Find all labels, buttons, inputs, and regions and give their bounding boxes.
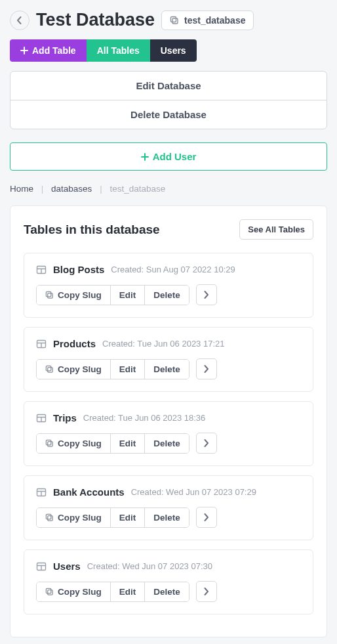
table-icon xyxy=(36,339,47,349)
see-all-tables-button[interactable]: See All Tables xyxy=(239,219,313,240)
add-user-button[interactable]: Add User xyxy=(10,142,327,171)
breadcrumb-current: test_database xyxy=(109,184,165,194)
breadcrumb-separator: | xyxy=(41,184,44,194)
copy-icon xyxy=(45,439,54,448)
table-icon xyxy=(36,265,47,275)
table-button-group: Copy Slug Edit Delete xyxy=(36,433,189,454)
delete-label: Delete xyxy=(153,364,180,374)
table-name: Blog Posts xyxy=(53,264,104,275)
tab-users[interactable]: Users xyxy=(150,39,197,62)
svg-rect-6 xyxy=(48,367,52,372)
delete-table-button[interactable]: Delete xyxy=(145,286,189,305)
copy-icon xyxy=(45,291,54,299)
chevron-left-icon xyxy=(16,16,23,24)
plus-icon xyxy=(141,153,149,161)
table-created: Created: Wed Jun 07 2023 07:30 xyxy=(87,561,212,571)
delete-table-button[interactable]: Delete xyxy=(145,434,189,453)
table-button-group: Copy Slug Edit Delete xyxy=(36,359,189,379)
table-name: Bank Accounts xyxy=(53,486,125,498)
table-row: Users Created: Wed Jun 07 2023 07:30 Cop… xyxy=(24,549,313,614)
open-table-button[interactable] xyxy=(196,358,217,379)
chevron-right-icon xyxy=(204,513,209,521)
copy-slug-label: Copy Slug xyxy=(58,364,102,374)
table-button-group: Copy Slug Edit Delete xyxy=(36,507,189,528)
open-table-button[interactable] xyxy=(196,507,217,528)
svg-rect-7 xyxy=(46,366,50,370)
database-action-group: Edit Database Delete Database xyxy=(10,71,327,129)
table-name: Users xyxy=(53,561,81,572)
add-table-button[interactable]: Add Table xyxy=(10,39,87,62)
back-button[interactable] xyxy=(10,11,30,30)
edit-table-button[interactable]: Edit xyxy=(111,582,146,601)
table-created: Created: Wed Jun 07 2023 07:29 xyxy=(131,487,256,497)
edit-label: Edit xyxy=(119,439,136,448)
svg-rect-12 xyxy=(48,515,52,520)
svg-rect-0 xyxy=(172,18,178,24)
copy-slug-button[interactable]: Copy Slug xyxy=(37,360,111,379)
delete-table-button[interactable]: Delete xyxy=(145,582,189,601)
table-created: Created: Tue Jun 06 2023 17:21 xyxy=(102,339,224,349)
open-table-button[interactable] xyxy=(196,433,217,454)
edit-label: Edit xyxy=(119,290,136,300)
svg-rect-16 xyxy=(46,588,50,593)
copy-slug-button[interactable]: Copy Slug xyxy=(37,286,111,305)
delete-table-button[interactable]: Delete xyxy=(145,360,189,379)
open-table-button[interactable] xyxy=(196,581,217,602)
table-created: Created: Sun Aug 07 2022 10:29 xyxy=(111,265,235,274)
copy-slug-button[interactable]: Copy Slug xyxy=(37,434,111,453)
delete-database-button[interactable]: Delete Database xyxy=(10,100,327,129)
chevron-right-icon xyxy=(204,588,209,595)
copy-icon xyxy=(45,513,54,522)
chevron-right-icon xyxy=(204,291,209,299)
tab-bar: Add Table All Tables Users xyxy=(10,39,327,62)
table-row: Blog Posts Created: Sun Aug 07 2022 10:2… xyxy=(24,253,313,318)
svg-rect-9 xyxy=(48,441,52,446)
table-name: Products xyxy=(53,338,96,349)
delete-table-button[interactable]: Delete xyxy=(145,508,189,527)
edit-label: Edit xyxy=(119,513,136,523)
copy-slug-button[interactable]: Copy Slug xyxy=(37,508,111,527)
delete-label: Delete xyxy=(153,587,180,597)
breadcrumb: Home | databases | test_database xyxy=(10,184,327,194)
copy-slug-button[interactable]: Copy Slug xyxy=(37,582,111,601)
edit-label: Edit xyxy=(119,587,136,597)
breadcrumb-databases[interactable]: databases xyxy=(51,184,92,194)
copy-slug-label: Copy Slug xyxy=(58,587,102,597)
table-row: Products Created: Tue Jun 06 2023 17:21 … xyxy=(24,327,313,392)
svg-rect-4 xyxy=(46,291,50,296)
edit-database-button[interactable]: Edit Database xyxy=(10,72,327,100)
table-name: Trips xyxy=(53,412,77,423)
svg-rect-3 xyxy=(48,293,52,297)
tables-card: Tables in this database See All Tables B… xyxy=(10,205,327,637)
copy-icon xyxy=(170,16,179,25)
plus-icon xyxy=(20,47,28,54)
table-button-group: Copy Slug Edit Delete xyxy=(36,285,189,305)
delete-label: Delete xyxy=(153,290,180,300)
edit-table-button[interactable]: Edit xyxy=(111,286,146,305)
tables-section-title: Tables in this database xyxy=(24,223,160,237)
edit-table-button[interactable]: Edit xyxy=(111,360,146,379)
tab-all-tables-label: All Tables xyxy=(97,45,140,56)
copy-database-slug-button[interactable]: test_database xyxy=(161,11,254,30)
table-row: Bank Accounts Created: Wed Jun 07 2023 0… xyxy=(24,475,313,540)
svg-rect-13 xyxy=(46,514,50,519)
copy-slug-label: Copy Slug xyxy=(58,290,102,300)
delete-label: Delete xyxy=(153,439,180,448)
table-icon xyxy=(36,561,47,572)
chevron-right-icon xyxy=(204,439,209,447)
svg-rect-1 xyxy=(171,16,176,22)
copy-slug-label: Copy Slug xyxy=(58,513,102,523)
delete-label: Delete xyxy=(153,513,180,523)
table-created: Created: Tue Jun 06 2023 18:36 xyxy=(83,413,205,423)
svg-rect-15 xyxy=(48,590,52,594)
breadcrumb-home[interactable]: Home xyxy=(10,184,33,194)
edit-table-button[interactable]: Edit xyxy=(111,434,146,453)
tab-all-tables[interactable]: All Tables xyxy=(87,39,150,62)
add-table-label: Add Table xyxy=(32,45,76,56)
edit-table-button[interactable]: Edit xyxy=(111,508,146,527)
chevron-right-icon xyxy=(204,365,209,373)
open-table-button[interactable] xyxy=(196,284,217,305)
copy-icon xyxy=(45,588,54,596)
page-title: Test Database xyxy=(36,10,155,30)
copy-slug-label: Copy Slug xyxy=(58,439,102,448)
